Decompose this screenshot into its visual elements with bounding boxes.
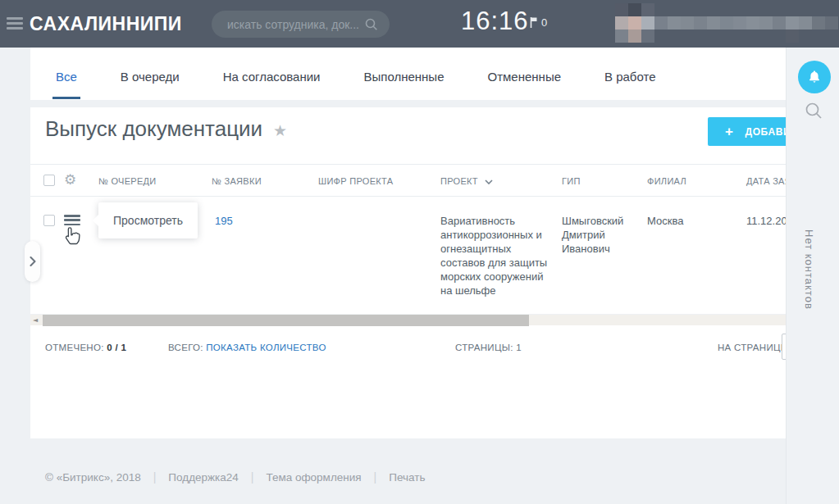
expand-panel-button[interactable] xyxy=(25,241,40,282)
col-project[interactable]: ПРОЕКТ xyxy=(440,176,493,186)
flag-count: 0 xyxy=(541,17,547,29)
select-all-checkbox[interactable] xyxy=(43,175,55,186)
plus-icon: + xyxy=(725,125,734,138)
view-action[interactable]: Просмотреть xyxy=(113,214,183,227)
app-window: САХАЛИННИПИ искать сотрудника, док... 16… xyxy=(0,0,839,504)
grid-settings-gear-icon[interactable]: ⚙ xyxy=(64,173,76,187)
flag-icon xyxy=(530,17,538,29)
tab-done[interactable]: Выполненные xyxy=(364,70,445,95)
page-title: Выпуск документации xyxy=(45,116,262,142)
page-footer: © «Битрикс», 2018 | Поддержка24 | Тема о… xyxy=(45,470,425,484)
notifications-button[interactable] xyxy=(798,61,831,93)
tooltip-arrow xyxy=(93,215,98,226)
col-request-no[interactable]: № ЗАЯВКИ xyxy=(212,176,262,186)
total-counter: ВСЕГО: ПОКАЗАТЬ КОЛИЧЕСТВО xyxy=(168,343,326,352)
favorite-star-icon[interactable]: ★ xyxy=(273,121,287,140)
flag-counter[interactable]: 0 xyxy=(530,17,547,29)
row-action-tooltip: Просмотреть xyxy=(98,202,198,238)
chevron-right-icon xyxy=(30,257,36,266)
gip-cell: Шмыговский Дмитрий Иванович xyxy=(562,214,644,256)
no-contacts-label: Нет контактов xyxy=(803,229,815,310)
show-count-link[interactable]: ПОКАЗАТЬ КОЛИЧЕСТВО xyxy=(206,343,326,352)
request-no-link[interactable]: 195 xyxy=(215,214,233,228)
content-panel: Выпуск документации ★ + ДОБАВИТЬ ⚙ № ОЧЕ… xyxy=(30,107,786,438)
col-branch[interactable]: ФИЛИАЛ xyxy=(647,176,686,186)
date-cell: 11.12.20 xyxy=(746,214,786,228)
clock: 16:16 xyxy=(461,7,529,36)
tab-inwork[interactable]: В работе xyxy=(604,70,656,95)
copyright: © «Битрикс», 2018 xyxy=(45,471,141,484)
tab-approval[interactable]: На согласовании xyxy=(223,70,321,95)
tab-cancelled[interactable]: Отмененные xyxy=(488,70,562,95)
branch-cell: Москва xyxy=(647,214,683,228)
user-profile-blurred[interactable] xyxy=(615,3,838,43)
right-sidebar: Нет контактов xyxy=(786,48,839,504)
footer-link-print[interactable]: Печать xyxy=(389,471,425,484)
col-date[interactable]: ДАТА ЗАЯВКИ xyxy=(746,176,786,186)
footer-link-support[interactable]: Поддержка24 xyxy=(168,471,238,484)
search-placeholder: искать сотрудника, док... xyxy=(227,18,365,31)
top-header: САХАЛИННИПИ искать сотрудника, док... 16… xyxy=(0,0,839,48)
filter-tabs: Все В очереди На согласовании Выполненны… xyxy=(30,48,786,100)
global-search-input[interactable]: искать сотрудника, док... xyxy=(212,11,390,38)
col-queue-no[interactable]: № ОЧЕРЕДИ xyxy=(98,176,157,186)
table-header: ⚙ № ОЧЕРЕДИ № ЗАЯВКИ ШИФР ПРОЕКТА ПРОЕКТ… xyxy=(30,164,786,197)
cursor-pointer-icon xyxy=(62,225,84,247)
menu-icon[interactable] xyxy=(7,17,23,30)
tab-all[interactable]: Все xyxy=(56,70,77,95)
app-logo[interactable]: САХАЛИННИПИ xyxy=(30,0,182,48)
row-checkbox[interactable] xyxy=(43,215,55,226)
col-gip[interactable]: ГИП xyxy=(562,176,581,186)
scroll-left-arrow-icon[interactable]: ◄ xyxy=(33,316,38,324)
footer-link-theme[interactable]: Тема оформления xyxy=(266,471,361,484)
sort-chevron-down-icon xyxy=(485,179,493,184)
scrollbar-thumb[interactable] xyxy=(43,315,529,326)
per-page-label: НА СТРАНИЦЕ: xyxy=(718,343,786,352)
project-cell: Вариативность антикоррозионных и огнезащ… xyxy=(440,214,554,297)
add-button[interactable]: + ДОБАВИТЬ xyxy=(708,117,786,146)
checked-counter: ОТМЕЧЕНО: 0 / 1 xyxy=(45,343,126,352)
bell-icon xyxy=(806,69,823,85)
search-icon xyxy=(365,18,378,31)
sidebar-search-icon[interactable] xyxy=(805,102,823,120)
col-cipher[interactable]: ШИФР ПРОЕКТА xyxy=(318,176,393,186)
tab-queued[interactable]: В очереди xyxy=(121,70,180,95)
horizontal-scrollbar[interactable]: ◄ xyxy=(30,314,786,325)
pagination-bar: ОТМЕЧЕНО: 0 / 1 ВСЕГО: ПОКАЗАТЬ КОЛИЧЕСТ… xyxy=(30,329,786,370)
pages-counter: СТРАНИЦЫ: 1 xyxy=(455,343,522,352)
